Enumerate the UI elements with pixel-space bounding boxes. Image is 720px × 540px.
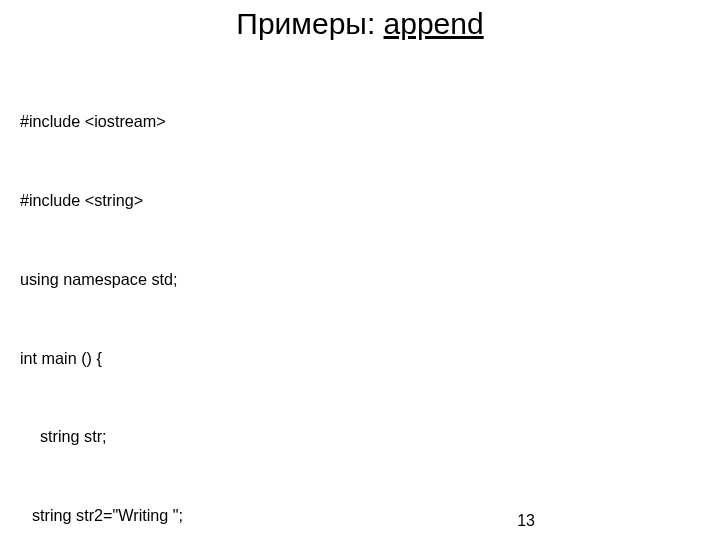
code-block: #include <iostream> #include <string> us…	[20, 56, 700, 540]
slide: Примеры: append #include <iostream> #inc…	[0, 0, 720, 540]
code-line: string str;	[20, 423, 700, 449]
code-line: #include <string>	[20, 187, 700, 213]
code-line: using namespace std;	[20, 266, 700, 292]
slide-title: Примеры: append	[20, 6, 700, 42]
title-keyword: append	[384, 7, 484, 40]
code-line: #include <iostream>	[20, 108, 700, 134]
title-prefix: Примеры:	[236, 7, 383, 40]
code-line: int main () {	[20, 345, 700, 371]
code-line: string str2="Writing ";	[20, 502, 700, 528]
page-number: 13	[517, 512, 535, 530]
